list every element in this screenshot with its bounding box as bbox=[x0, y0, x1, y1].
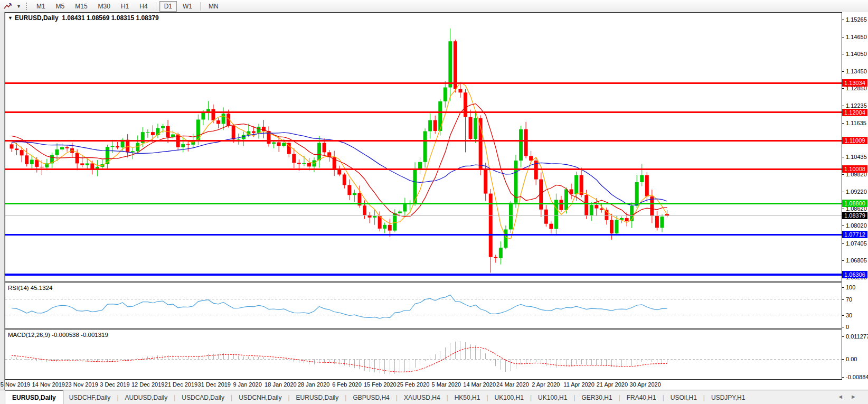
window-left-frame bbox=[0, 12, 5, 390]
toolbar-separator bbox=[200, 2, 201, 11]
chart-tab-gbpusd-h4[interactable]: GBPUSD,H4 bbox=[347, 392, 395, 403]
price-axis-tick: 1.12235 bbox=[846, 102, 867, 109]
price-axis-tickmark bbox=[842, 88, 844, 89]
tabs-scroll-left-icon[interactable]: ◄ bbox=[837, 393, 851, 400]
date-axis-label: 2 Apr 2020 bbox=[532, 381, 560, 388]
macd-name: MACD(12,26,9) bbox=[8, 332, 50, 338]
rsi-indicator-panel[interactable]: RSI(14) 45.1324 bbox=[5, 283, 842, 328]
chart-tab-usdjpy-h1[interactable]: USDJPY,H1 bbox=[705, 392, 751, 403]
tabs-scroll-right-icon[interactable]: ► bbox=[851, 393, 864, 400]
chart-tab-fra40-h1[interactable]: FRA40,H1 bbox=[621, 392, 662, 403]
price-axis-tick: 1.14650 bbox=[846, 34, 867, 40]
timeframe-button-h1[interactable]: H1 bbox=[116, 1, 134, 12]
chart-tab-hk50-h1[interactable]: HK50,H1 bbox=[449, 392, 486, 403]
date-axis-label: 30 Apr 2020 bbox=[630, 381, 661, 388]
toolbar-dropdown-caret-icon[interactable]: ▼ bbox=[15, 4, 23, 9]
rsi-axis-tick: 0 bbox=[846, 324, 849, 330]
macd-values: -0.000538 -0.001319 bbox=[52, 332, 108, 338]
date-axis-label: 5 Mar 2020 bbox=[432, 381, 461, 388]
chart-tab-usdcad-daily[interactable]: USDCAD,Daily bbox=[176, 392, 230, 403]
price-axis-tickmark bbox=[842, 123, 844, 124]
macd-label: MACD(12,26,9) -0.000538 -0.001319 bbox=[8, 332, 108, 338]
tabs-scroll-arrows: ◄► bbox=[837, 393, 864, 400]
chart-tab-eurusd-daily[interactable]: EURUSD,Daily bbox=[290, 392, 345, 403]
price-axis-tickmark bbox=[842, 226, 844, 226]
macd-axis-tickmark bbox=[842, 377, 844, 378]
price-axis-tick: 1.15265 bbox=[846, 16, 867, 23]
chart-tab-uk100-h1[interactable]: UK100,H1 bbox=[489, 392, 530, 403]
macd-axis-tickmark bbox=[842, 359, 844, 360]
date-axis-label: 31 Dec 2019 bbox=[198, 381, 231, 388]
chart-tab-audusd-daily[interactable]: AUDUSD,Daily bbox=[119, 392, 174, 403]
symbol-dropdown-icon[interactable]: ▼ bbox=[8, 15, 13, 21]
date-axis-label: 21 Apr 2020 bbox=[597, 381, 628, 388]
date-axis[interactable]: 5 Nov 201914 Nov 201923 Nov 20193 Dec 20… bbox=[5, 380, 842, 390]
price-axis-tickmark bbox=[842, 20, 844, 20]
macd-plot bbox=[5, 330, 842, 379]
bottom-tab-bar: EURUSD,DailyUSDCHF,Daily|AUDUSD,Daily|US… bbox=[0, 390, 868, 404]
macd-axis-tick: -0.008845 bbox=[846, 374, 868, 380]
hline-price-label: 1.08800 bbox=[842, 200, 867, 207]
timeframe-button-m1[interactable]: M1 bbox=[32, 1, 50, 12]
rsi-axis-tick: 100 bbox=[846, 284, 855, 290]
date-axis-label: 28 Jan 2020 bbox=[298, 381, 330, 388]
price-axis-tick: 1.14050 bbox=[846, 51, 867, 57]
price-axis-tickmark bbox=[842, 106, 844, 106]
price-plot bbox=[5, 13, 842, 281]
date-axis-label: 25 Feb 2020 bbox=[397, 381, 430, 388]
date-axis-label: 5 Nov 2019 bbox=[1, 381, 30, 388]
price-axis-tickmark bbox=[842, 174, 844, 175]
rsi-axis-tick: 30 bbox=[846, 312, 852, 318]
chart-tabs: EURUSD,DailyUSDCHF,Daily|AUDUSD,Daily|US… bbox=[0, 390, 751, 404]
chart-tab-usoil-h1[interactable]: USOil,H1 bbox=[665, 392, 703, 403]
chart-arrows-button[interactable] bbox=[1, 1, 15, 11]
price-axis-tickmark bbox=[842, 37, 844, 37]
price-axis-tickmark bbox=[842, 192, 844, 192]
rsi-plot bbox=[5, 283, 842, 328]
price-axis[interactable]: 1.152651.146501.140501.134501.128501.122… bbox=[842, 12, 868, 390]
chart-tab-eurusd-daily[interactable]: EURUSD,Daily bbox=[5, 390, 63, 404]
price-axis-tick: 1.08020 bbox=[846, 222, 867, 229]
hline-price-label: 1.13034 bbox=[842, 79, 867, 87]
chart-title: ▼EURUSD,Daily 1.08431 1.08569 1.08315 1.… bbox=[8, 14, 159, 22]
timeframe-button-mn[interactable]: MN bbox=[204, 1, 223, 12]
price-axis-tick: 1.09220 bbox=[846, 189, 867, 195]
top-toolbar: ▼ M1M5M15M30H1H4D1W1MN bbox=[0, 0, 868, 13]
price-axis-tickmark bbox=[842, 243, 844, 244]
current-price-label: 1.08379 bbox=[842, 212, 867, 219]
chart-tab-usdcnh-daily[interactable]: USDCNH,Daily bbox=[233, 392, 287, 403]
price-axis-tick: 1.11635 bbox=[846, 120, 866, 126]
date-axis-label: 14 Nov 2019 bbox=[32, 381, 65, 388]
price-axis-tickmark bbox=[842, 260, 844, 261]
chart-tab-uk100-h1[interactable]: UK100,H1 bbox=[532, 392, 573, 403]
date-axis-label: 12 Dec 2019 bbox=[131, 381, 164, 388]
toolbar-grip[interactable] bbox=[25, 2, 27, 11]
timeframe-button-d1[interactable]: D1 bbox=[159, 1, 177, 12]
chart-title-symbol: EURUSD,Daily bbox=[15, 14, 59, 22]
date-axis-label: 21 Dec 2019 bbox=[165, 381, 197, 388]
macd-indicator-panel[interactable]: MACD(12,26,9) -0.000538 -0.001319 bbox=[5, 330, 842, 380]
date-axis-label: 3 Dec 2019 bbox=[100, 381, 129, 388]
date-axis-label: 24 Mar 2020 bbox=[496, 381, 529, 388]
chart-tab-usdchf-daily[interactable]: USDCHF,Daily bbox=[63, 392, 117, 403]
timeframe-button-w1[interactable]: W1 bbox=[178, 1, 197, 12]
rsi-axis-tickmark bbox=[842, 315, 844, 316]
price-axis-tick: 1.13450 bbox=[846, 68, 867, 74]
rsi-value: 45.1324 bbox=[31, 285, 53, 291]
timeframe-button-m5[interactable]: M5 bbox=[51, 1, 70, 12]
chart-arrows-icon bbox=[3, 2, 13, 10]
date-axis-label: 15 Feb 2020 bbox=[364, 381, 397, 388]
date-axis-label: 14 Mar 2020 bbox=[463, 381, 496, 388]
toolbar-separator bbox=[156, 2, 156, 11]
price-axis-tickmark bbox=[842, 71, 844, 72]
price-axis-tickmark bbox=[842, 157, 844, 157]
rsi-axis-tick: 70 bbox=[846, 296, 852, 303]
timeframe-button-m30[interactable]: M30 bbox=[93, 1, 115, 12]
chart-tab-xauusd-h4[interactable]: XAUUSD,H4 bbox=[398, 392, 446, 403]
date-axis-label: 6 Feb 2020 bbox=[332, 381, 362, 388]
chart-tab-ger30-h1[interactable]: GER30,H1 bbox=[576, 392, 618, 403]
timeframe-button-m15[interactable]: M15 bbox=[70, 1, 92, 12]
price-chart-panel[interactable]: ▼EURUSD,Daily 1.08431 1.08569 1.08315 1.… bbox=[5, 12, 842, 281]
timeframe-button-h4[interactable]: H4 bbox=[135, 1, 152, 12]
hline-price-label: 1.06306 bbox=[842, 271, 867, 278]
